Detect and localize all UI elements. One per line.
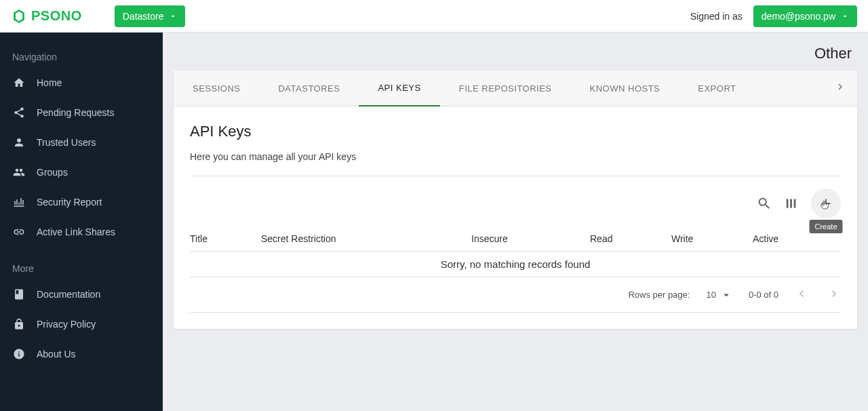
rows-per-page-value: 10	[706, 290, 715, 300]
column-header-write[interactable]: Write	[671, 233, 753, 244]
tab-export[interactable]: EXPORT	[679, 71, 755, 106]
sidebar-item-label: Pending Requests	[37, 107, 114, 118]
tabs: SESSIONS DATASTORES API KEYS FILE REPOSI…	[174, 71, 857, 106]
plus-icon	[818, 196, 833, 211]
report-icon	[12, 195, 26, 209]
people-icon	[12, 165, 26, 179]
section-title: API Keys	[190, 123, 841, 140]
next-page-button[interactable]	[827, 287, 841, 302]
column-header-read[interactable]: Read	[590, 233, 671, 244]
nav-section-navigation: Navigation	[0, 43, 163, 68]
sidebar: Navigation Home Pending Requests Trusted…	[0, 33, 163, 411]
tab-api-keys[interactable]: API KEYS	[359, 71, 439, 106]
search-icon	[757, 196, 772, 211]
dropdown-arrow-icon	[720, 289, 732, 301]
logo[interactable]: PSONO	[11, 8, 82, 24]
rows-per-page-label: Rows per page:	[628, 290, 690, 300]
api-keys-table: Title Secret Restriction Insecure Read W…	[190, 227, 841, 277]
sidebar-item-label: Groups	[37, 167, 68, 178]
sidebar-item-label: Security Report	[37, 197, 102, 208]
share-icon	[12, 106, 26, 119]
logo-text: PSONO	[31, 8, 82, 24]
sidebar-item-trusted-users[interactable]: Trusted Users	[0, 128, 163, 157]
signed-in-label: Signed in as	[690, 11, 743, 22]
table-toolbar: Create	[190, 176, 841, 227]
table-pagination: Rows per page: 10 0-0 of 0	[190, 277, 841, 313]
lock-icon	[12, 317, 26, 331]
tabs-scroll-right[interactable]	[823, 81, 857, 96]
sidebar-item-privacy-policy[interactable]: Privacy Policy	[0, 309, 163, 339]
sidebar-item-groups[interactable]: Groups	[0, 157, 163, 187]
chevron-right-icon	[827, 287, 841, 300]
column-header-title[interactable]: Title	[190, 233, 261, 244]
tab-sessions[interactable]: SESSIONS	[174, 71, 259, 106]
sidebar-item-label: About Us	[37, 349, 76, 359]
person-icon	[12, 136, 26, 149]
tab-datastores[interactable]: DATASTORES	[259, 71, 359, 106]
table-header-row: Title Secret Restriction Insecure Read W…	[190, 227, 841, 252]
user-menu-button[interactable]: demo@psono.pw	[753, 5, 857, 27]
sidebar-item-label: Home	[37, 77, 62, 88]
app-header: PSONO Datastore Signed in as demo@psono.…	[0, 0, 868, 33]
tab-known-hosts[interactable]: KNOWN HOSTS	[571, 71, 679, 106]
info-icon	[12, 347, 26, 361]
main-content: Other SESSIONS DATASTORES API KEYS FILE …	[163, 33, 868, 411]
create-tooltip: Create	[809, 220, 842, 233]
chevron-down-icon	[841, 12, 849, 20]
sidebar-item-documentation[interactable]: Documentation	[0, 279, 163, 309]
sidebar-item-label: Privacy Policy	[37, 319, 96, 330]
table-empty-message: Sorry, no matching records found	[190, 252, 841, 277]
link-icon	[12, 225, 26, 239]
home-icon	[12, 76, 26, 90]
search-button[interactable]	[757, 196, 772, 211]
logo-icon	[11, 8, 27, 24]
sidebar-item-label: Trusted Users	[37, 137, 96, 148]
prev-page-button[interactable]	[795, 287, 808, 302]
page-title: Other	[814, 45, 852, 62]
pagination-range: 0-0 of 0	[749, 290, 778, 300]
column-header-insecure[interactable]: Insecure	[471, 233, 590, 244]
sidebar-item-home[interactable]: Home	[0, 68, 163, 98]
create-button[interactable]: Create	[811, 189, 841, 218]
chevron-right-icon	[834, 81, 846, 93]
content-card: SESSIONS DATASTORES API KEYS FILE REPOSI…	[174, 71, 857, 329]
sidebar-item-about-us[interactable]: About Us	[0, 339, 163, 369]
sidebar-item-label: Documentation	[37, 289, 100, 300]
sidebar-item-security-report[interactable]: Security Report	[0, 187, 163, 217]
rows-per-page-select[interactable]: 10	[706, 289, 732, 301]
book-icon	[12, 288, 26, 301]
sidebar-item-pending-requests[interactable]: Pending Requests	[0, 98, 163, 128]
column-header-active[interactable]: Active	[753, 233, 841, 244]
sidebar-item-label: Active Link Shares	[37, 227, 115, 237]
user-email: demo@psono.pw	[762, 11, 835, 22]
chevron-left-icon	[795, 287, 808, 300]
sidebar-item-active-link-shares[interactable]: Active Link Shares	[0, 217, 163, 247]
column-header-secret-restriction[interactable]: Secret Restriction	[261, 233, 471, 244]
tab-file-repositories[interactable]: FILE REPOSITORIES	[440, 71, 571, 106]
datastore-button[interactable]: Datastore	[115, 5, 186, 27]
columns-button[interactable]	[784, 196, 799, 211]
datastore-label: Datastore	[123, 11, 164, 22]
nav-section-more: More	[0, 255, 163, 279]
chevron-down-icon	[169, 12, 177, 20]
columns-icon	[784, 196, 799, 211]
section-description: Here you can manage all your API keys	[190, 151, 841, 176]
